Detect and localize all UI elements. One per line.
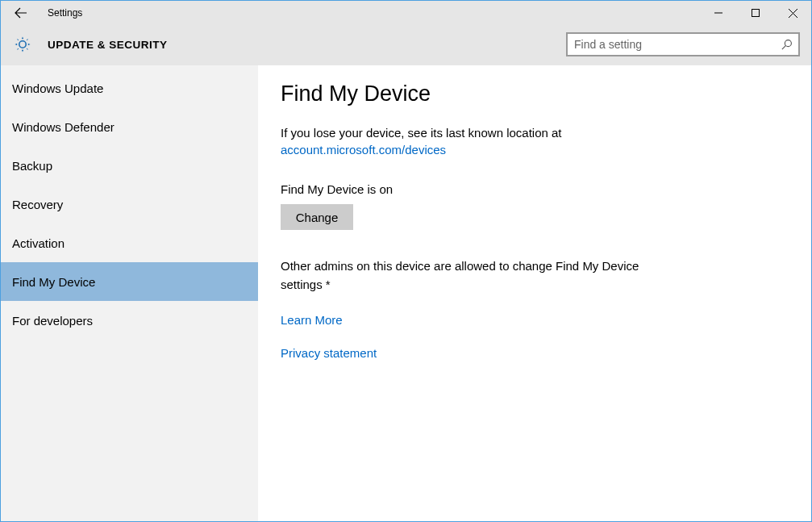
titlebar-left: Settings — [1, 1, 82, 25]
page-title: Find My Device — [281, 81, 789, 106]
sidebar-item-label: Find My Device — [12, 275, 95, 289]
sidebar-item-label: Windows Update — [12, 81, 103, 95]
sidebar-item-for-developers[interactable]: For developers — [1, 301, 258, 340]
minimize-button[interactable] — [700, 1, 737, 25]
sidebar-item-label: Backup — [12, 159, 52, 173]
search-input[interactable] — [568, 38, 774, 51]
sidebar-item-label: Activation — [12, 236, 65, 250]
gear-icon — [12, 34, 33, 55]
sidebar-item-activation[interactable]: Activation — [1, 223, 258, 262]
sidebar-item-recovery[interactable]: Recovery — [1, 185, 258, 223]
sidebar-item-windows-defender[interactable]: Windows Defender — [1, 107, 258, 146]
back-button[interactable] — [7, 1, 35, 25]
maximize-button[interactable] — [737, 1, 774, 25]
sidebar: Windows Update Windows Defender Backup R… — [1, 65, 258, 521]
learn-more-link[interactable]: Learn More — [281, 313, 789, 327]
window-title: Settings — [48, 7, 82, 19]
status-text: Find My Device is on — [281, 182, 789, 196]
back-arrow-icon — [15, 6, 27, 19]
body: Windows Update Windows Defender Backup R… — [1, 65, 811, 521]
sidebar-item-windows-update[interactable]: Windows Update — [1, 69, 258, 107]
category-title: UPDATE & SECURITY — [48, 39, 168, 51]
sidebar-item-find-my-device[interactable]: Find My Device — [1, 262, 258, 301]
intro-text: If you lose your device, see its last kn… — [281, 126, 562, 140]
close-icon — [789, 9, 797, 18]
maximize-icon — [752, 9, 760, 17]
sidebar-item-label: Recovery — [12, 198, 63, 211]
svg-point-4 — [19, 41, 26, 48]
svg-line-6 — [781, 45, 785, 49]
privacy-statement-link[interactable]: Privacy statement — [281, 346, 789, 360]
change-button[interactable]: Change — [281, 204, 353, 230]
settings-window: Settings — [0, 0, 812, 522]
main-pane: Find My Device If you lose your device, … — [258, 65, 811, 521]
header-band: UPDATE & SECURITY — [1, 25, 811, 65]
sidebar-item-label: For developers — [12, 314, 93, 328]
titlebar: Settings — [1, 1, 811, 25]
sidebar-item-backup[interactable]: Backup — [1, 146, 258, 185]
close-button[interactable] — [774, 1, 811, 25]
account-devices-link[interactable]: account.microsoft.com/devices — [281, 143, 446, 157]
search-icon[interactable] — [774, 34, 798, 55]
intro-paragraph: If you lose your device, see its last kn… — [281, 124, 789, 158]
admin-note: Other admins on this device are allowed … — [281, 257, 652, 294]
svg-rect-1 — [752, 10, 760, 17]
minimize-icon — [714, 9, 722, 17]
sidebar-item-label: Windows Defender — [12, 120, 115, 134]
search-box[interactable] — [566, 32, 800, 56]
caption-buttons — [700, 1, 811, 25]
